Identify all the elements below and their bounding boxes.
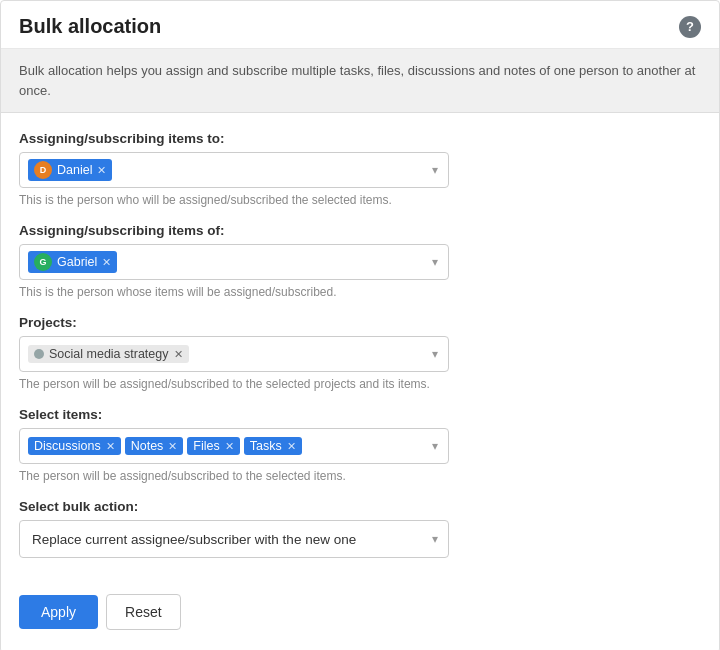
modal-header: Bulk allocation ? [1,1,719,49]
assigning-of-select[interactable]: G Gabriel ✕ [19,244,449,280]
projects-select[interactable]: Social media strategy ✕ [19,336,449,372]
assigning-of-group: Assigning/subscribing items of: G Gabrie… [19,223,701,299]
tag-files-label: Files [193,439,219,453]
tag-notes-label: Notes [131,439,164,453]
bulk-action-label: Select bulk action: [19,499,701,514]
modal-body: Assigning/subscribing items to: D Daniel… [1,113,719,558]
tag-tasks-label: Tasks [250,439,282,453]
project-name: Social media strategy [49,347,169,361]
assigning-to-person: Daniel [57,163,92,177]
tag-notes: Notes ✕ [125,437,184,455]
projects-tag: Social media strategy ✕ [28,345,189,363]
assigning-to-label: Assigning/subscribing items to: [19,131,701,146]
assigning-to-select[interactable]: D Daniel ✕ [19,152,449,188]
assigning-of-tag: G Gabriel ✕ [28,251,117,273]
assigning-of-remove[interactable]: ✕ [102,257,111,268]
assigning-of-label: Assigning/subscribing items of: [19,223,701,238]
assigning-of-help: This is the person whose items will be a… [19,285,701,299]
info-banner: Bulk allocation helps you assign and sub… [1,49,719,113]
tag-discussions-label: Discussions [34,439,101,453]
projects-label: Projects: [19,315,701,330]
tag-tasks: Tasks ✕ [244,437,302,455]
info-banner-text: Bulk allocation helps you assign and sub… [19,63,695,98]
project-dot-icon [34,349,44,359]
reset-button[interactable]: Reset [106,594,181,630]
select-items-label: Select items: [19,407,701,422]
tag-discussions: Discussions ✕ [28,437,121,455]
page-title: Bulk allocation [19,15,161,38]
tag-files-remove[interactable]: ✕ [225,441,234,452]
apply-button[interactable]: Apply [19,595,98,629]
projects-group: Projects: Social media strategy ✕ The pe… [19,315,701,391]
assigning-to-remove[interactable]: ✕ [97,165,106,176]
bulk-action-group: Select bulk action: Replace current assi… [19,499,701,558]
projects-help: The person will be assigned/subscribed t… [19,377,701,391]
bulk-action-select[interactable]: Replace current assignee/subscriber with… [19,520,449,558]
tag-files: Files ✕ [187,437,239,455]
tag-notes-remove[interactable]: ✕ [168,441,177,452]
modal-footer: Apply Reset [1,574,719,650]
assigning-to-tag: D Daniel ✕ [28,159,112,181]
assigning-to-group: Assigning/subscribing items to: D Daniel… [19,131,701,207]
assigning-of-person: Gabriel [57,255,97,269]
assigning-to-help: This is the person who will be assigned/… [19,193,701,207]
project-remove[interactable]: ✕ [174,349,183,360]
tag-discussions-remove[interactable]: ✕ [106,441,115,452]
help-icon[interactable]: ? [679,16,701,38]
select-items-group: Select items: Discussions ✕ Notes ✕ File… [19,407,701,483]
select-items-help: The person will be assigned/subscribed t… [19,469,701,483]
daniel-avatar: D [34,161,52,179]
select-items-select[interactable]: Discussions ✕ Notes ✕ Files ✕ Tasks ✕ [19,428,449,464]
bulk-allocation-modal: Bulk allocation ? Bulk allocation helps … [0,0,720,650]
tag-tasks-remove[interactable]: ✕ [287,441,296,452]
gabriel-avatar: G [34,253,52,271]
bulk-action-value: Replace current assignee/subscriber with… [32,532,356,547]
